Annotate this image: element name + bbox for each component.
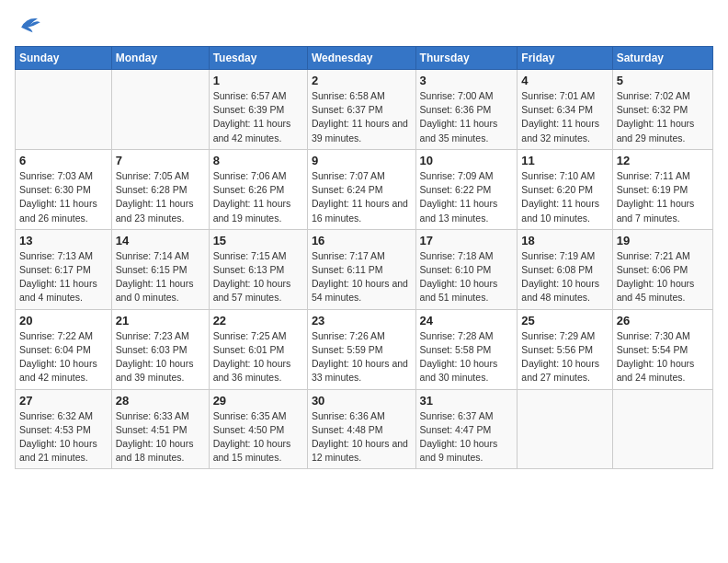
day-number: 1 xyxy=(213,74,303,87)
calendar-cell: 14Sunrise: 7:14 AM Sunset: 6:15 PM Dayli… xyxy=(111,229,209,309)
day-info: Sunrise: 6:58 AM Sunset: 6:37 PM Dayligh… xyxy=(312,89,412,145)
day-number: 12 xyxy=(617,154,709,167)
weekday-header-thursday: Thursday xyxy=(415,47,518,70)
calendar-cell: 21Sunrise: 7:23 AM Sunset: 6:03 PM Dayli… xyxy=(111,309,209,389)
calendar-cell: 12Sunrise: 7:11 AM Sunset: 6:19 PM Dayli… xyxy=(612,149,712,229)
calendar-cell: 28Sunrise: 6:33 AM Sunset: 4:51 PM Dayli… xyxy=(111,389,209,469)
calendar-cell: 7Sunrise: 7:05 AM Sunset: 6:28 PM Daylig… xyxy=(111,149,209,229)
day-info: Sunrise: 7:09 AM Sunset: 6:22 PM Dayligh… xyxy=(420,169,514,225)
day-info: Sunrise: 7:30 AM Sunset: 5:54 PM Dayligh… xyxy=(617,329,709,385)
calendar-cell xyxy=(518,389,612,469)
day-info: Sunrise: 7:28 AM Sunset: 5:58 PM Dayligh… xyxy=(420,329,514,385)
day-info: Sunrise: 7:23 AM Sunset: 6:03 PM Dayligh… xyxy=(116,329,205,385)
calendar-cell: 30Sunrise: 6:36 AM Sunset: 4:48 PM Dayli… xyxy=(307,389,415,469)
day-info: Sunrise: 7:29 AM Sunset: 5:56 PM Dayligh… xyxy=(521,329,608,385)
calendar-cell: 3Sunrise: 7:00 AM Sunset: 6:36 PM Daylig… xyxy=(415,70,518,150)
day-info: Sunrise: 7:15 AM Sunset: 6:13 PM Dayligh… xyxy=(213,249,303,305)
day-number: 17 xyxy=(420,234,514,247)
logo xyxy=(15,15,44,35)
day-number: 2 xyxy=(312,74,412,87)
day-info: Sunrise: 7:18 AM Sunset: 6:10 PM Dayligh… xyxy=(420,249,514,305)
day-number: 7 xyxy=(116,154,205,167)
day-info: Sunrise: 7:07 AM Sunset: 6:24 PM Dayligh… xyxy=(312,169,412,225)
day-number: 14 xyxy=(116,234,205,247)
day-number: 18 xyxy=(521,234,608,247)
calendar-cell xyxy=(612,389,712,469)
day-info: Sunrise: 7:02 AM Sunset: 6:32 PM Dayligh… xyxy=(617,89,709,145)
calendar-cell: 4Sunrise: 7:01 AM Sunset: 6:34 PM Daylig… xyxy=(518,70,612,150)
day-info: Sunrise: 6:33 AM Sunset: 4:51 PM Dayligh… xyxy=(116,409,205,465)
day-info: Sunrise: 6:35 AM Sunset: 4:50 PM Dayligh… xyxy=(213,409,303,465)
day-number: 5 xyxy=(617,74,709,87)
day-info: Sunrise: 7:11 AM Sunset: 6:19 PM Dayligh… xyxy=(617,169,709,225)
day-number: 27 xyxy=(19,394,108,408)
calendar-cell: 9Sunrise: 7:07 AM Sunset: 6:24 PM Daylig… xyxy=(307,149,415,229)
day-info: Sunrise: 7:00 AM Sunset: 6:36 PM Dayligh… xyxy=(420,89,514,145)
day-info: Sunrise: 6:57 AM Sunset: 6:39 PM Dayligh… xyxy=(213,89,303,145)
day-number: 19 xyxy=(617,234,709,247)
day-number: 11 xyxy=(521,154,608,167)
week-row-4: 20Sunrise: 7:22 AM Sunset: 6:04 PM Dayli… xyxy=(16,309,713,389)
day-number: 30 xyxy=(312,394,412,408)
day-number: 21 xyxy=(116,314,205,327)
day-info: Sunrise: 7:25 AM Sunset: 6:01 PM Dayligh… xyxy=(213,329,303,385)
calendar-cell: 25Sunrise: 7:29 AM Sunset: 5:56 PM Dayli… xyxy=(518,309,612,389)
calendar-cell: 11Sunrise: 7:10 AM Sunset: 6:20 PM Dayli… xyxy=(518,149,612,229)
day-info: Sunrise: 7:10 AM Sunset: 6:20 PM Dayligh… xyxy=(521,169,608,225)
calendar-cell: 27Sunrise: 6:32 AM Sunset: 4:53 PM Dayli… xyxy=(16,389,112,469)
calendar-cell: 17Sunrise: 7:18 AM Sunset: 6:10 PM Dayli… xyxy=(415,229,518,309)
calendar-cell: 15Sunrise: 7:15 AM Sunset: 6:13 PM Dayli… xyxy=(209,229,307,309)
calendar-cell: 22Sunrise: 7:25 AM Sunset: 6:01 PM Dayli… xyxy=(209,309,307,389)
day-info: Sunrise: 7:05 AM Sunset: 6:28 PM Dayligh… xyxy=(116,169,205,225)
day-number: 8 xyxy=(213,154,303,167)
calendar-cell: 29Sunrise: 6:35 AM Sunset: 4:50 PM Dayli… xyxy=(209,389,307,469)
calendar-cell: 24Sunrise: 7:28 AM Sunset: 5:58 PM Dayli… xyxy=(415,309,518,389)
day-info: Sunrise: 7:14 AM Sunset: 6:15 PM Dayligh… xyxy=(116,249,205,305)
day-info: Sunrise: 7:03 AM Sunset: 6:30 PM Dayligh… xyxy=(19,169,108,225)
day-number: 9 xyxy=(312,154,412,167)
page-header xyxy=(15,15,713,35)
calendar-cell xyxy=(16,70,112,150)
day-number: 26 xyxy=(617,314,709,327)
day-number: 20 xyxy=(19,314,108,327)
day-number: 28 xyxy=(116,394,205,408)
weekday-header-friday: Friday xyxy=(518,47,612,70)
day-info: Sunrise: 7:06 AM Sunset: 6:26 PM Dayligh… xyxy=(213,169,303,225)
weekday-header-monday: Monday xyxy=(111,47,209,70)
day-number: 22 xyxy=(213,314,303,327)
day-number: 23 xyxy=(312,314,412,327)
day-number: 15 xyxy=(213,234,303,247)
day-number: 13 xyxy=(19,234,108,247)
calendar-cell: 10Sunrise: 7:09 AM Sunset: 6:22 PM Dayli… xyxy=(415,149,518,229)
calendar-cell: 18Sunrise: 7:19 AM Sunset: 6:08 PM Dayli… xyxy=(518,229,612,309)
weekday-header-sunday: Sunday xyxy=(16,47,112,70)
day-number: 10 xyxy=(420,154,514,167)
day-number: 6 xyxy=(19,154,108,167)
week-row-5: 27Sunrise: 6:32 AM Sunset: 4:53 PM Dayli… xyxy=(16,389,713,469)
calendar-cell: 8Sunrise: 7:06 AM Sunset: 6:26 PM Daylig… xyxy=(209,149,307,229)
calendar-table: SundayMondayTuesdayWednesdayThursdayFrid… xyxy=(15,46,713,469)
day-number: 4 xyxy=(521,74,608,87)
day-number: 3 xyxy=(420,74,514,87)
calendar-cell: 23Sunrise: 7:26 AM Sunset: 5:59 PM Dayli… xyxy=(307,309,415,389)
day-info: Sunrise: 6:32 AM Sunset: 4:53 PM Dayligh… xyxy=(19,409,108,465)
week-row-1: 1Sunrise: 6:57 AM Sunset: 6:39 PM Daylig… xyxy=(16,70,713,150)
calendar-cell: 2Sunrise: 6:58 AM Sunset: 6:37 PM Daylig… xyxy=(307,70,415,150)
weekday-header-saturday: Saturday xyxy=(612,47,712,70)
day-info: Sunrise: 6:36 AM Sunset: 4:48 PM Dayligh… xyxy=(312,409,412,465)
calendar-cell: 31Sunrise: 6:37 AM Sunset: 4:47 PM Dayli… xyxy=(415,389,518,469)
calendar-cell: 19Sunrise: 7:21 AM Sunset: 6:06 PM Dayli… xyxy=(612,229,712,309)
weekday-header-row: SundayMondayTuesdayWednesdayThursdayFrid… xyxy=(16,47,713,70)
day-number: 29 xyxy=(213,394,303,408)
calendar-cell xyxy=(111,70,209,150)
day-info: Sunrise: 7:22 AM Sunset: 6:04 PM Dayligh… xyxy=(19,329,108,385)
day-number: 25 xyxy=(521,314,608,327)
day-info: Sunrise: 7:21 AM Sunset: 6:06 PM Dayligh… xyxy=(617,249,709,305)
calendar-cell: 5Sunrise: 7:02 AM Sunset: 6:32 PM Daylig… xyxy=(612,70,712,150)
week-row-3: 13Sunrise: 7:13 AM Sunset: 6:17 PM Dayli… xyxy=(16,229,713,309)
day-number: 31 xyxy=(420,394,514,408)
logo-bird-icon xyxy=(15,15,40,35)
calendar-cell: 26Sunrise: 7:30 AM Sunset: 5:54 PM Dayli… xyxy=(612,309,712,389)
calendar-cell: 20Sunrise: 7:22 AM Sunset: 6:04 PM Dayli… xyxy=(16,309,112,389)
day-info: Sunrise: 7:13 AM Sunset: 6:17 PM Dayligh… xyxy=(19,249,108,305)
